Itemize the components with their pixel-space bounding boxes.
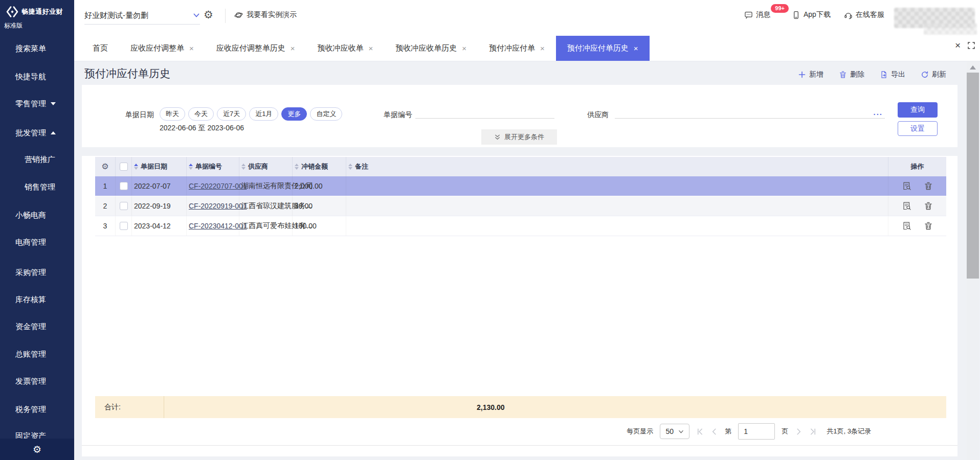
last-page-icon[interactable] — [809, 428, 817, 435]
close-all-tabs-icon[interactable]: × — [955, 40, 961, 50]
column-header-amount[interactable]: 冲销金额 — [293, 157, 346, 176]
sidebar-settings-gear-icon[interactable]: ⚙ — [33, 445, 41, 454]
page-number-input[interactable] — [738, 423, 775, 440]
export-button[interactable]: 导出 — [880, 70, 905, 79]
tab-close-icon[interactable]: × — [189, 44, 194, 52]
vertical-scrollbar[interactable] — [967, 61, 979, 460]
supplier-input[interactable]: ... — [615, 104, 885, 119]
demo-link[interactable]: 我要看实例演示 — [234, 10, 297, 19]
sidebar-item-general-ledger[interactable]: 总账管理 — [15, 349, 46, 359]
sort-icon[interactable] — [241, 164, 246, 170]
next-page-icon[interactable] — [795, 428, 803, 435]
tab-prepay-offset-ap-history-active[interactable]: 预付冲应付单历史× — [556, 36, 650, 61]
sidebar-item-search-menu[interactable]: 搜索菜单 — [15, 43, 46, 54]
doc-no-filter-label: 单据编号 — [384, 110, 412, 120]
column-header-operations: 操作 — [888, 157, 946, 176]
sort-icon-asc[interactable] — [134, 164, 138, 170]
column-settings-gear-icon[interactable]: ⚙ — [101, 163, 108, 171]
sidebar-item-wholesale-mgmt[interactable]: 批发管理 — [15, 128, 56, 138]
pill-yesterday[interactable]: 昨天 — [160, 107, 185, 121]
sidebar-item-purchase-mgmt[interactable]: 采购管理 — [15, 267, 46, 278]
topbar-divider — [225, 9, 226, 23]
column-header-doc-date[interactable]: 单据日期 — [132, 157, 187, 176]
delete-row-icon[interactable] — [924, 201, 933, 211]
sidebar-item-invoice-mgmt[interactable]: 发票管理 — [15, 376, 46, 386]
sidebar-item-xiaochang-ecom[interactable]: 小畅电商 — [15, 210, 46, 220]
sidebar-item-funds-mgmt[interactable]: 资金管理 — [15, 321, 46, 332]
sidebar-item-inventory-accounting[interactable]: 库存核算 — [15, 294, 46, 305]
logo-block: 畅捷通好业财 标准版 — [0, 0, 74, 32]
pill-last-month[interactable]: 近1月 — [249, 107, 278, 121]
tab-prepay-offset-ap[interactable]: 预付冲应付单× — [478, 36, 556, 61]
row-checkbox[interactable] — [120, 202, 128, 210]
workspace-settings-gear-icon[interactable]: ⚙ — [204, 9, 213, 20]
tab-prepaid-offset-ar-history[interactable]: 预收冲应收单历史× — [384, 36, 478, 61]
workspace-selector[interactable]: 好业财测试-量勿删 — [84, 7, 200, 25]
pill-last-7-days[interactable]: 近7天 — [217, 107, 246, 121]
sidebar-item-label: 零售管理 — [15, 99, 46, 109]
row-checkbox[interactable] — [120, 182, 128, 190]
tab-close-icon[interactable]: × — [540, 44, 545, 52]
row-checkbox[interactable] — [120, 222, 128, 230]
expand-more-conditions-button[interactable]: 展开更多条件 — [481, 129, 557, 145]
delete-button[interactable]: 删除 — [839, 70, 864, 79]
table-row[interactable]: 1 2022-07-07 CF-20220707-001 湖南恒远有限责任公司 … — [95, 176, 946, 196]
scrollbar-thumb[interactable] — [967, 73, 979, 279]
tab-home[interactable]: 首页 — [81, 36, 119, 61]
app-download-button[interactable]: App下载 — [792, 10, 831, 19]
results-panel: ⚙ 单据日期 单据编号 供应商 冲销金额 — [82, 156, 957, 456]
sidebar-item-retail-mgmt[interactable]: 零售管理 — [15, 99, 56, 109]
prev-page-icon[interactable] — [710, 428, 718, 435]
tab-ar-ap-adjust-history[interactable]: 应收应付调整单历史× — [205, 36, 306, 61]
table-row[interactable]: 3 2023-04-12 CF-20230412-001 江西真可爱布娃娃有..… — [95, 216, 946, 236]
sort-icon[interactable] — [348, 164, 352, 170]
pill-custom[interactable]: 自定义 — [310, 107, 342, 121]
chevron-down-icon — [193, 12, 200, 19]
sort-icon-asc[interactable] — [189, 164, 193, 170]
scroll-up-arrow-icon[interactable] — [970, 65, 976, 70]
add-button[interactable]: 新增 — [798, 70, 823, 79]
row-seq: 2 — [103, 202, 107, 210]
date-range-pills: 昨天 今天 近7天 近1月 更多 自定义 — [160, 107, 342, 121]
pill-today[interactable]: 今天 — [188, 107, 214, 121]
sort-icon[interactable] — [295, 164, 299, 170]
pill-more-active[interactable]: 更多 — [281, 107, 307, 121]
row-amount: 30.00 — [295, 202, 313, 210]
column-header-doc-no[interactable]: 单据编号 — [187, 157, 239, 176]
supplier-picker-ellipsis-icon[interactable]: ... — [873, 108, 883, 116]
column-header-supplier[interactable]: 供应商 — [239, 157, 293, 176]
tab-prepaid-offset-ar[interactable]: 预收冲应收单× — [306, 36, 385, 61]
refresh-button[interactable]: 刷新 — [921, 70, 946, 79]
page-size-select[interactable]: 50 — [660, 424, 689, 439]
messages-button[interactable]: 消息 99+ — [744, 10, 770, 19]
first-page-icon[interactable] — [696, 428, 704, 435]
sidebar-item-tax-mgmt[interactable]: 税务管理 — [15, 404, 46, 415]
total-label: 合计: — [95, 396, 164, 418]
tab-close-icon[interactable]: × — [462, 44, 466, 52]
row-doc-no-link[interactable]: CF-20220919-001 — [189, 202, 247, 210]
search-button[interactable]: 查询 — [898, 102, 938, 118]
tab-close-icon[interactable]: × — [369, 44, 373, 52]
row-doc-no-link[interactable]: CF-20220707-001 — [189, 182, 247, 190]
sidebar-item-ecom-mgmt[interactable]: 电商管理 — [15, 237, 46, 247]
view-detail-icon[interactable] — [902, 181, 911, 191]
filter-settings-button[interactable]: 设置 — [898, 121, 938, 136]
delete-row-icon[interactable] — [924, 181, 933, 191]
fullscreen-icon[interactable] — [967, 41, 975, 50]
sidebar-item-sales-mgmt[interactable]: 销售管理 — [25, 182, 55, 192]
online-support-button[interactable]: 在线客服 — [844, 10, 884, 19]
view-detail-icon[interactable] — [902, 201, 911, 211]
row-doc-no-link[interactable]: CF-20230412-001 — [189, 222, 247, 230]
sidebar-item-quick-nav[interactable]: 快捷导航 — [15, 72, 46, 82]
tab-ar-ap-adjust[interactable]: 应收应付调整单× — [119, 36, 205, 61]
sidebar-item-marketing[interactable]: 营销推广 — [25, 154, 55, 165]
view-detail-icon[interactable] — [902, 221, 911, 231]
column-header-note[interactable]: 备注 — [346, 157, 888, 176]
select-all-checkbox[interactable] — [120, 163, 128, 171]
tab-close-icon[interactable]: × — [634, 44, 638, 52]
table-row[interactable]: 2 2022-09-19 CF-20220919-001 江西省琼汉建筑服务..… — [95, 196, 946, 216]
tab-close-icon[interactable]: × — [291, 44, 295, 52]
delete-row-icon[interactable] — [924, 221, 933, 231]
tab-label: 预收冲应收单历史 — [395, 43, 457, 53]
doc-no-input[interactable] — [415, 104, 554, 119]
